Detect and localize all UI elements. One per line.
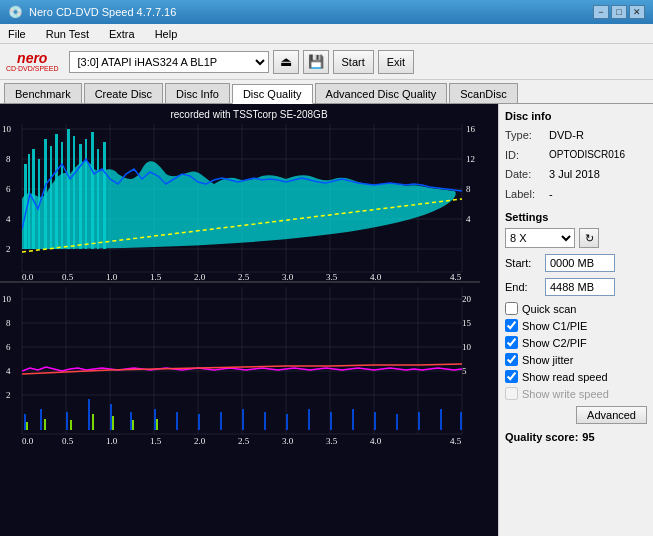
app-icon: 💿 [8, 5, 23, 19]
disc-type-label: Type: [505, 127, 549, 144]
show-jitter-label: Show jitter [522, 354, 573, 366]
svg-text:0.0: 0.0 [22, 436, 34, 446]
svg-rect-38 [61, 142, 63, 249]
quality-score-label: Quality score: [505, 431, 578, 443]
show-jitter-checkbox[interactable] [505, 353, 518, 366]
svg-text:3.0: 3.0 [282, 436, 294, 446]
svg-text:3.5: 3.5 [326, 436, 338, 446]
show-c2pif-row: Show C2/PIF [505, 336, 647, 349]
svg-text:4.0: 4.0 [370, 436, 382, 446]
title-bar: 💿 Nero CD-DVD Speed 4.7.7.16 − □ ✕ [0, 0, 653, 24]
title-bar-left: 💿 Nero CD-DVD Speed 4.7.7.16 [8, 5, 176, 19]
show-jitter-row: Show jitter [505, 353, 647, 366]
show-write-speed-checkbox [505, 387, 518, 400]
refresh-icon-btn[interactable]: ↻ [579, 228, 599, 248]
start-input[interactable] [545, 254, 615, 272]
settings-title: Settings [505, 211, 647, 223]
logo-nero: nero [17, 51, 47, 65]
menu-extra[interactable]: Extra [105, 27, 139, 41]
disc-id-row: ID: OPTODISCR016 [505, 147, 647, 164]
menu-file[interactable]: File [4, 27, 30, 41]
svg-text:2.0: 2.0 [194, 272, 206, 282]
quality-score-row: Quality score: 95 [505, 431, 647, 443]
tabs: Benchmark Create Disc Disc Info Disc Qua… [0, 80, 653, 104]
close-button[interactable]: ✕ [629, 5, 645, 19]
main-content: recorded with TSSTcorp SE-208GB 10 8 6 4… [0, 104, 653, 536]
svg-text:0.5: 0.5 [62, 436, 74, 446]
svg-text:6: 6 [6, 342, 11, 352]
svg-rect-88 [110, 404, 112, 434]
end-input[interactable] [545, 278, 615, 296]
drive-select[interactable]: [3:0] ATAPI iHAS324 A BL1P [69, 51, 269, 73]
save-icon-btn[interactable]: 💾 [303, 50, 329, 74]
tab-scandisc[interactable]: ScanDisc [449, 83, 517, 103]
menu-help[interactable]: Help [151, 27, 182, 41]
show-c2pif-label: Show C2/PIF [522, 337, 587, 349]
tab-advanced-disc-quality[interactable]: Advanced Disc Quality [315, 83, 448, 103]
tab-disc-quality[interactable]: Disc Quality [232, 84, 313, 104]
svg-rect-87 [88, 399, 90, 434]
show-c2pif-checkbox[interactable] [505, 336, 518, 349]
tab-benchmark[interactable]: Benchmark [4, 83, 82, 103]
svg-rect-45 [103, 142, 106, 249]
show-c1pie-label: Show C1/PIE [522, 320, 587, 332]
svg-text:1.0: 1.0 [106, 272, 118, 282]
show-write-speed-label: Show write speed [522, 388, 609, 400]
svg-rect-37 [55, 134, 58, 249]
svg-text:10: 10 [2, 294, 12, 304]
svg-text:5: 5 [462, 366, 467, 376]
svg-rect-39 [67, 129, 70, 249]
svg-text:6: 6 [6, 184, 11, 194]
svg-text:8: 8 [6, 318, 11, 328]
svg-text:12: 12 [466, 154, 475, 164]
quick-scan-label: Quick scan [522, 303, 576, 315]
svg-rect-43 [91, 132, 94, 249]
svg-text:1.5: 1.5 [150, 436, 162, 446]
chart-svg: recorded with TSSTcorp SE-208GB 10 8 6 4… [0, 104, 498, 536]
svg-text:3.0: 3.0 [282, 272, 294, 282]
svg-text:4: 4 [6, 366, 11, 376]
quick-scan-checkbox[interactable] [505, 302, 518, 315]
toolbar: nero CD·DVD/SPEED [3:0] ATAPI iHAS324 A … [0, 44, 653, 80]
speed-row: 8 X ↻ [505, 228, 647, 248]
show-read-speed-checkbox[interactable] [505, 370, 518, 383]
start-mb-row: Start: [505, 254, 647, 272]
show-c1pie-checkbox[interactable] [505, 319, 518, 332]
eject-icon-btn[interactable]: ⏏ [273, 50, 299, 74]
tab-create-disc[interactable]: Create Disc [84, 83, 163, 103]
svg-text:2.5: 2.5 [238, 436, 250, 446]
disc-date-label: Date: [505, 166, 549, 183]
start-label: Start: [505, 257, 541, 269]
quality-score-value: 95 [582, 431, 594, 443]
menu-run-test[interactable]: Run Test [42, 27, 93, 41]
menu-bar: File Run Test Extra Help [0, 24, 653, 44]
advanced-button[interactable]: Advanced [576, 406, 647, 424]
exit-button[interactable]: Exit [378, 50, 414, 74]
svg-text:4: 4 [6, 214, 11, 224]
svg-rect-44 [97, 149, 99, 249]
minimize-button[interactable]: − [593, 5, 609, 19]
svg-text:15: 15 [462, 318, 472, 328]
chart-area: recorded with TSSTcorp SE-208GB 10 8 6 4… [0, 104, 498, 536]
maximize-button[interactable]: □ [611, 5, 627, 19]
svg-text:3.5: 3.5 [326, 272, 338, 282]
disc-label-row: Label: - [505, 186, 647, 203]
svg-rect-42 [85, 139, 87, 249]
disc-id-value: OPTODISCR016 [549, 147, 625, 164]
svg-text:2.0: 2.0 [194, 436, 206, 446]
end-mb-row: End: [505, 278, 647, 296]
title-bar-controls: − □ ✕ [593, 5, 645, 19]
svg-text:10: 10 [2, 124, 12, 134]
quick-scan-row: Quick scan [505, 302, 647, 315]
tab-disc-info[interactable]: Disc Info [165, 83, 230, 103]
show-c1pie-row: Show C1/PIE [505, 319, 647, 332]
start-button[interactable]: Start [333, 50, 374, 74]
svg-rect-36 [50, 146, 52, 249]
disc-label-value: - [549, 186, 553, 203]
disc-label-label: Label: [505, 186, 549, 203]
show-write-speed-row: Show write speed [505, 387, 647, 400]
disc-date-value: 3 Jul 2018 [549, 166, 600, 183]
svg-rect-1 [0, 320, 498, 536]
speed-select[interactable]: 8 X [505, 228, 575, 248]
svg-text:2: 2 [6, 390, 11, 400]
